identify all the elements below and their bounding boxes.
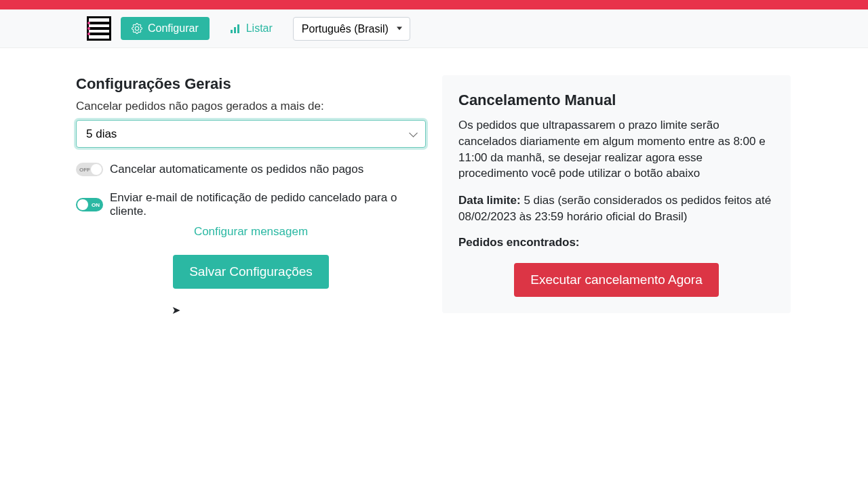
svg-rect-2 xyxy=(237,24,239,33)
days-select-wrapper: 5 dias xyxy=(76,120,426,148)
manual-cancel-description: Os pedidos que ultrapassarem o prazo lim… xyxy=(458,117,774,182)
general-settings-panel: Configurações Gerais Cancelar pedidos nã… xyxy=(76,75,426,289)
auto-cancel-label: Cancelar automaticamente os pedidos não … xyxy=(110,163,363,176)
auto-cancel-toggle[interactable]: OFF xyxy=(76,163,103,176)
top-stripe xyxy=(0,0,868,9)
configure-message-link[interactable]: Configurar mensagem xyxy=(194,225,308,238)
execute-cancel-button[interactable]: Executar cancelamento Agora xyxy=(514,263,719,297)
toggle-on-label: ON xyxy=(92,202,100,208)
save-button-wrap: Salvar Configurações xyxy=(76,255,426,289)
auto-cancel-row: OFF Cancelar automaticamente os pedidos … xyxy=(76,163,426,176)
email-notify-toggle[interactable]: ON xyxy=(76,198,103,211)
toggle-off-label: OFF xyxy=(79,167,90,173)
email-notify-row: ON Enviar e-mail de notificação de pedid… xyxy=(76,191,426,218)
days-select[interactable]: 5 dias xyxy=(76,120,426,148)
content-area: Configurações Gerais Cancelar pedidos nã… xyxy=(0,48,868,327)
configure-button[interactable]: Configurar xyxy=(121,17,210,40)
limit-line: Data limite: 5 dias (serão considerados … xyxy=(458,192,774,225)
list-button-label: Listar xyxy=(246,22,273,35)
cancel-days-label: Cancelar pedidos não pagos gerados a mai… xyxy=(76,100,426,113)
list-button[interactable]: Listar xyxy=(219,17,283,40)
email-notify-label: Enviar e-mail de notificação de pedido c… xyxy=(110,191,426,218)
configure-message-row: Configurar mensagem xyxy=(76,225,426,239)
save-settings-button[interactable]: Salvar Configurações xyxy=(173,255,329,289)
app-logo[interactable] xyxy=(87,16,111,41)
gear-icon xyxy=(132,23,142,34)
toolbar: Configurar Listar Português (Brasil) xyxy=(0,9,868,48)
manual-cancel-title: Cancelamento Manual xyxy=(458,92,774,109)
orders-found-label: Pedidos encontrados: xyxy=(458,236,774,249)
svg-rect-0 xyxy=(231,30,233,33)
language-select[interactable]: Português (Brasil) xyxy=(293,17,410,41)
manual-cancel-panel: Cancelamento Manual Os pedidos que ultra… xyxy=(442,75,791,313)
execute-button-wrap: Executar cancelamento Agora xyxy=(458,263,774,297)
general-title: Configurações Gerais xyxy=(76,75,426,93)
language-select-wrapper: Português (Brasil) xyxy=(293,17,410,41)
svg-rect-1 xyxy=(234,27,236,33)
chart-icon xyxy=(230,23,241,34)
configure-button-label: Configurar xyxy=(148,22,199,35)
limit-label: Data limite: xyxy=(458,194,521,207)
